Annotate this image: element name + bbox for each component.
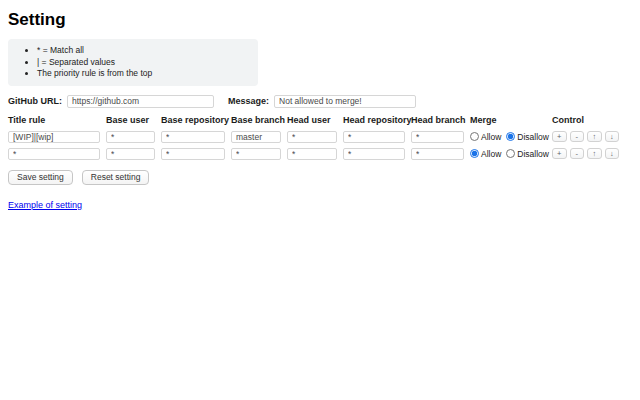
merge-disallow-radio[interactable] xyxy=(506,149,515,158)
reset-setting-button[interactable]: Reset setting xyxy=(82,170,150,185)
merge-disallow-option[interactable]: Disallow xyxy=(506,149,549,159)
move-row-down-button[interactable]: ↓ xyxy=(605,131,620,142)
message-input[interactable] xyxy=(274,95,416,108)
col-header-head-branch: Head branch xyxy=(411,115,464,126)
save-setting-button[interactable]: Save setting xyxy=(8,170,73,185)
col-header-head-user: Head user xyxy=(287,115,337,126)
base-repository-input[interactable] xyxy=(161,131,225,143)
base-user-input[interactable] xyxy=(106,148,155,160)
base-repository-input[interactable] xyxy=(161,148,225,160)
head-user-input[interactable] xyxy=(287,148,337,160)
add-row-button[interactable]: + xyxy=(552,148,567,159)
head-repository-input[interactable] xyxy=(343,148,405,160)
url-message-row: GitHub URL: Message: xyxy=(8,95,632,108)
remove-row-button[interactable]: - xyxy=(570,148,585,159)
message-label: Message: xyxy=(228,96,269,106)
notes-list: * = Match all | = Separated values The p… xyxy=(8,45,252,80)
actions-row: Save setting Reset setting xyxy=(8,170,632,185)
merge-allow-radio[interactable] xyxy=(470,149,479,158)
merge-disallow-radio[interactable] xyxy=(506,132,515,141)
col-header-base-repository: Base repository xyxy=(161,115,225,126)
merge-allow-label: Allow xyxy=(481,132,501,142)
row-control-buttons: + - ↑ ↓ xyxy=(552,148,622,159)
notes-box: * = Match all | = Separated values The p… xyxy=(8,39,258,86)
merge-radio-group: Allow Disallow xyxy=(470,132,546,142)
head-branch-input[interactable] xyxy=(411,148,464,160)
merge-allow-label: Allow xyxy=(481,149,501,159)
head-repository-input[interactable] xyxy=(343,131,405,143)
add-row-button[interactable]: + xyxy=(552,131,567,142)
note-item-priority-rule: The priority rule is from the top xyxy=(37,68,252,80)
col-header-base-branch: Base branch xyxy=(231,115,281,126)
title-rule-input[interactable] xyxy=(8,131,100,143)
head-user-input[interactable] xyxy=(287,131,337,143)
example-of-setting-link[interactable]: Example of setting xyxy=(8,200,82,210)
page-title: Setting xyxy=(8,10,632,30)
rule-table: Title rule Base user Base repository Bas… xyxy=(8,115,632,160)
col-header-base-user: Base user xyxy=(106,115,155,126)
merge-radio-group: Allow Disallow xyxy=(470,149,546,159)
merge-allow-radio[interactable] xyxy=(470,132,479,141)
move-row-up-button[interactable]: ↑ xyxy=(587,148,602,159)
github-url-input[interactable] xyxy=(67,95,214,108)
remove-row-button[interactable]: - xyxy=(570,131,585,142)
note-item-match-all: * = Match all xyxy=(37,45,252,57)
title-rule-input[interactable] xyxy=(8,148,100,160)
merge-disallow-option[interactable]: Disallow xyxy=(506,132,549,142)
merge-disallow-label: Disallow xyxy=(517,132,549,142)
col-header-head-repository: Head repository xyxy=(343,115,405,126)
move-row-down-button[interactable]: ↓ xyxy=(605,148,620,159)
base-branch-input[interactable] xyxy=(231,148,281,160)
col-header-merge: Merge xyxy=(470,115,546,126)
row-control-buttons: + - ↑ ↓ xyxy=(552,131,622,142)
note-item-separated-values: | = Separated values xyxy=(37,57,252,69)
base-user-input[interactable] xyxy=(106,131,155,143)
merge-allow-option[interactable]: Allow xyxy=(470,132,501,142)
col-header-control: Control xyxy=(552,115,622,126)
github-url-label: GitHub URL: xyxy=(8,96,62,106)
col-header-title-rule: Title rule xyxy=(8,115,100,126)
merge-disallow-label: Disallow xyxy=(517,149,549,159)
head-branch-input[interactable] xyxy=(411,131,464,143)
move-row-up-button[interactable]: ↑ xyxy=(587,131,602,142)
base-branch-input[interactable] xyxy=(231,131,281,143)
merge-allow-option[interactable]: Allow xyxy=(470,149,501,159)
